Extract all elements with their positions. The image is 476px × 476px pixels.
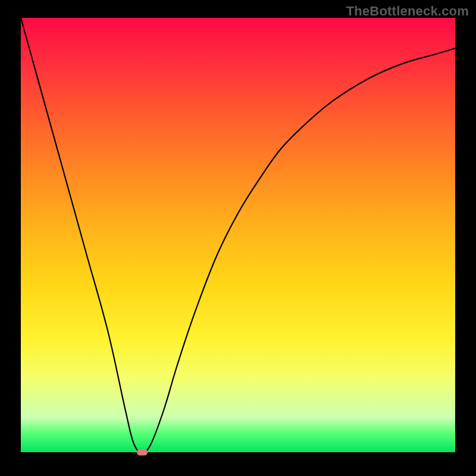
bottleneck-curve-path	[21, 18, 455, 452]
curve-svg	[21, 18, 455, 452]
watermark-text: TheBottleneck.com	[346, 4, 469, 19]
minimum-marker	[137, 449, 148, 456]
chart-frame: TheBottleneck.com	[0, 0, 476, 476]
plot-area	[21, 18, 455, 452]
